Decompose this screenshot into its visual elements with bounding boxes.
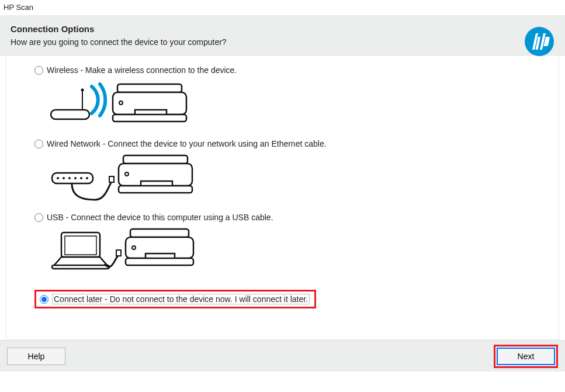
illustration-usb-icon xyxy=(48,226,543,278)
option-wireless: Wireless - Make a wireless connection to… xyxy=(34,65,543,131)
svg-point-14 xyxy=(74,177,77,179)
svg-point-16 xyxy=(86,177,88,179)
option-usb: USB - Connect the device to this compute… xyxy=(34,213,543,278)
svg-rect-9 xyxy=(113,115,186,122)
radio-usb-input[interactable] xyxy=(34,213,43,222)
svg-rect-3 xyxy=(51,110,89,119)
illustration-wired-icon xyxy=(48,152,543,204)
svg-rect-17 xyxy=(109,176,114,182)
page-title: Connection Options xyxy=(11,24,554,34)
option-wired: Wired Network - Connect the device to yo… xyxy=(34,139,543,204)
footer-bar: Help Next xyxy=(0,340,565,372)
svg-rect-4 xyxy=(117,84,182,92)
svg-rect-26 xyxy=(52,265,109,269)
window-title: HP Scan xyxy=(4,3,33,12)
next-button-highlight: Next xyxy=(494,345,558,368)
svg-point-12 xyxy=(63,177,65,179)
radio-wired-input[interactable] xyxy=(34,140,43,148)
svg-rect-25 xyxy=(65,236,96,255)
radio-usb-label: USB - Connect the device to this compute… xyxy=(47,213,273,222)
help-button[interactable]: Help xyxy=(7,348,65,365)
radio-wired[interactable]: Wired Network - Connect the device to yo… xyxy=(34,139,543,148)
svg-point-11 xyxy=(57,177,59,179)
radio-connect-later-label: Connect later - Do not connect to the de… xyxy=(52,294,310,304)
radio-wireless-input[interactable] xyxy=(34,66,43,75)
radio-wired-label: Wired Network - Connect the device to yo… xyxy=(47,139,327,148)
radio-usb[interactable]: USB - Connect the device to this compute… xyxy=(34,213,543,222)
window-titlebar: HP Scan xyxy=(0,0,565,16)
page-subtitle: How are you going to connect the device … xyxy=(11,37,554,47)
svg-rect-28 xyxy=(130,229,189,237)
radio-connect-later-input[interactable] xyxy=(40,295,48,304)
svg-point-2 xyxy=(81,89,84,92)
svg-rect-18 xyxy=(123,155,188,164)
page-header: Connection Options How are you going to … xyxy=(0,16,565,56)
illustration-wireless-icon xyxy=(48,78,543,131)
radio-wireless-label: Wireless - Make a wireless connection to… xyxy=(47,65,237,75)
option-connect-later-highlight: Connect later - Do not connect to the de… xyxy=(34,290,316,308)
radio-wireless[interactable]: Wireless - Make a wireless connection to… xyxy=(34,65,543,75)
svg-rect-27 xyxy=(116,250,121,256)
hp-logo-icon xyxy=(524,26,554,58)
svg-rect-23 xyxy=(119,186,192,193)
options-panel: Wireless - Make a wireless connection to… xyxy=(6,56,559,340)
svg-rect-33 xyxy=(126,258,193,265)
svg-point-13 xyxy=(68,177,71,179)
radio-connect-later[interactable]: Connect later - Do not connect to the de… xyxy=(40,294,310,304)
svg-point-15 xyxy=(80,177,82,179)
next-button[interactable]: Next xyxy=(497,348,555,365)
